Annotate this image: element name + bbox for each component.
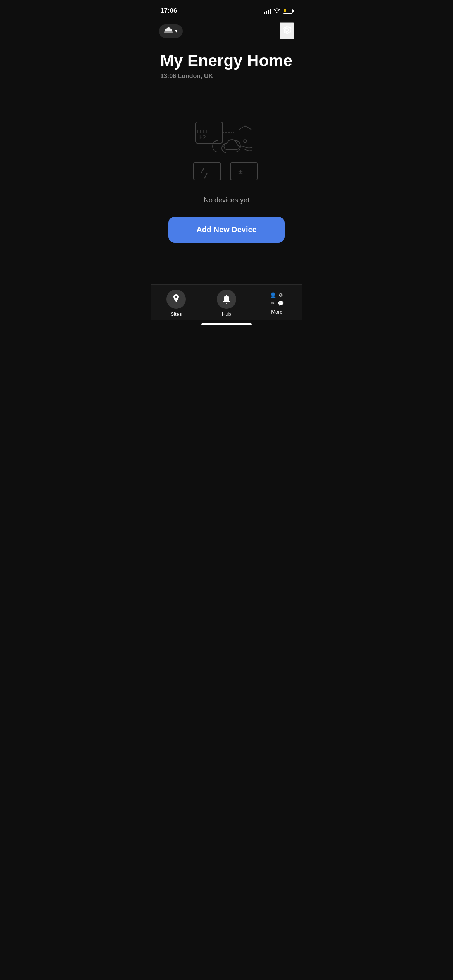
main-content: My Energy Home 13:06 London, UK □□□ H2 — [151, 44, 302, 284]
svg-line-5 — [239, 126, 245, 130]
bottom-nav: Sites Hub 👤 ⚙ ✏ 💬 More — [151, 284, 302, 320]
svg-rect-12 — [230, 163, 257, 180]
status-time: 17:06 — [160, 7, 177, 15]
svg-rect-8 — [194, 163, 221, 180]
hub-icon — [217, 290, 236, 309]
settings-button[interactable] — [280, 22, 294, 39]
sites-icon — [166, 290, 186, 309]
wifi-icon — [273, 8, 280, 14]
hub-label: Hub — [222, 311, 231, 317]
sites-label: Sites — [171, 311, 182, 317]
nav-item-hub[interactable]: Hub — [213, 290, 240, 317]
svg-text:H2: H2 — [199, 134, 206, 140]
chevron-down-icon: ▾ — [175, 28, 177, 34]
battery-icon — [283, 9, 293, 14]
home-indicator — [201, 323, 252, 325]
devices-illustration: □□□ H2 ± — [188, 106, 265, 184]
svg-text:±: ± — [238, 167, 243, 176]
svg-line-6 — [245, 126, 251, 130]
status-bar: 17:06 — [151, 0, 302, 19]
no-devices-message: No devices yet — [204, 196, 249, 204]
cloud-icon — [164, 27, 173, 35]
app-header: ▾ — [151, 19, 302, 44]
nav-item-more[interactable]: 👤 ⚙ ✏ 💬 More — [263, 292, 290, 315]
svg-text:□□□: □□□ — [197, 128, 207, 134]
more-icon: 👤 ⚙ ✏ 💬 — [269, 292, 284, 307]
status-icons — [264, 8, 293, 14]
nav-item-sites[interactable]: Sites — [163, 290, 190, 317]
add-new-device-button[interactable]: Add New Device — [168, 217, 285, 243]
cloud-selector[interactable]: ▾ — [159, 24, 183, 38]
svg-point-3 — [244, 140, 247, 143]
more-label: More — [271, 309, 283, 315]
signal-icon — [264, 8, 271, 14]
location-time: 13:06 London, UK — [160, 73, 293, 80]
page-title: My Energy Home — [160, 52, 293, 70]
empty-state: □□□ H2 ± — [160, 80, 293, 284]
